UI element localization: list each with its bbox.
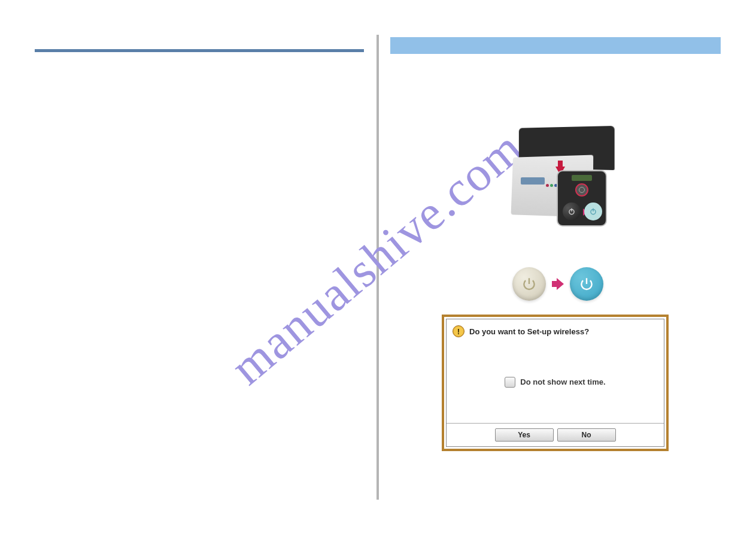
dialog-title: Do you want to Set-up wireless?: [469, 327, 589, 336]
power-transition-row: [512, 267, 603, 301]
dialog-footer: Yes No: [447, 423, 664, 446]
arrow-right-icon: [552, 278, 564, 290]
printer-lcd-panel: [521, 177, 545, 185]
dialog-body: Do not show next time.: [447, 341, 664, 423]
left-header-rule: [35, 49, 364, 52]
power-panel-inset: [557, 170, 607, 226]
alert-icon: !: [453, 325, 464, 337]
power-on-small-icon: [584, 202, 602, 220]
power-off-icon: [512, 267, 546, 301]
power-on-icon: [570, 267, 603, 301]
dialog-header: ! Do you want to Set-up wireless?: [447, 319, 664, 341]
power-button-highlighted-icon: [575, 183, 588, 197]
power-off-small-icon: [563, 202, 581, 220]
dont-show-row[interactable]: Do not show next time.: [505, 377, 605, 388]
dont-show-label: Do not show next time.: [520, 377, 605, 386]
no-button[interactable]: No: [557, 428, 616, 442]
page-container: manualshive.com: [0, 0, 756, 535]
power-label-chip: [572, 175, 592, 181]
right-header-bar: [390, 37, 721, 54]
dialog-inner-frame: ! Do you want to Set-up wireless? Do not…: [446, 319, 664, 447]
yes-button[interactable]: Yes: [495, 428, 554, 442]
dont-show-checkbox[interactable]: [505, 377, 515, 388]
wireless-setup-dialog: ! Do you want to Set-up wireless? Do not…: [442, 315, 669, 451]
column-divider: [377, 35, 379, 500]
